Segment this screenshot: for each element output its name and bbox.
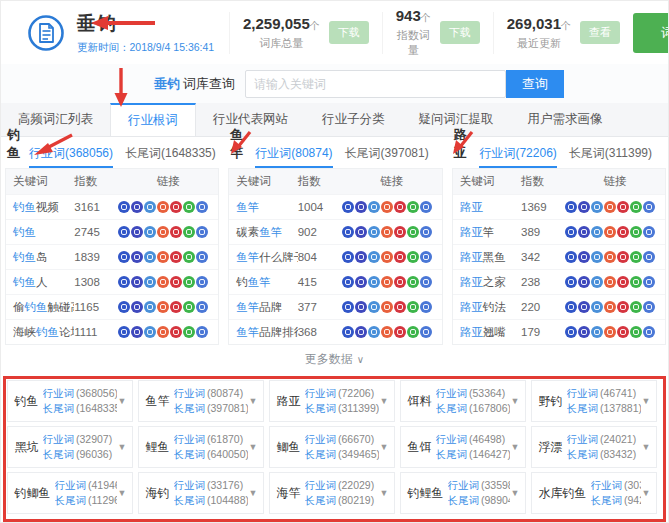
- platform-icon-6[interactable]: [630, 226, 642, 238]
- dropdown-caret-icon[interactable]: ▼: [118, 442, 127, 452]
- platform-icon-2[interactable]: [131, 201, 143, 213]
- platform-icon-4[interactable]: [157, 301, 169, 313]
- platform-icon-4[interactable]: [381, 226, 393, 238]
- platform-icon-7[interactable]: [196, 201, 208, 213]
- platform-icon-6[interactable]: [407, 251, 419, 263]
- platform-icon-1[interactable]: [342, 251, 354, 263]
- platform-icon-1[interactable]: [342, 326, 354, 338]
- platform-icon-1[interactable]: [118, 326, 130, 338]
- keyword-cell[interactable]: 钓鱼视频: [6, 200, 74, 215]
- keyword-cell[interactable]: 路亚之家: [453, 275, 521, 290]
- panel-0-tab-1[interactable]: 长尾词(1648335): [125, 145, 216, 168]
- dropdown-caret-icon[interactable]: ▼: [642, 442, 651, 452]
- platform-icon-5[interactable]: [617, 251, 629, 263]
- platform-icon-3[interactable]: [144, 276, 156, 288]
- word-library-service-button[interactable]: 词库服务: [633, 13, 669, 53]
- platform-icon-2[interactable]: [131, 326, 143, 338]
- platform-icon-7[interactable]: [420, 251, 432, 263]
- keyword-cell[interactable]: 钓鱼: [6, 225, 74, 240]
- industry-word-link[interactable]: 行业词: [436, 433, 468, 445]
- panel-2-tab-1[interactable]: 长尾词(311399): [569, 145, 652, 168]
- keyword-cell[interactable]: 钓鱼竿: [229, 275, 297, 290]
- platform-icon-4[interactable]: [381, 251, 393, 263]
- platform-icon-1[interactable]: [342, 201, 354, 213]
- platform-icon-2[interactable]: [578, 226, 590, 238]
- platform-icon-7[interactable]: [643, 326, 655, 338]
- platform-icon-7[interactable]: [196, 326, 208, 338]
- search-button[interactable]: 查询: [506, 70, 564, 98]
- longtail-word-link[interactable]: 长尾词: [567, 448, 599, 460]
- platform-icon-5[interactable]: [617, 201, 629, 213]
- keyword-cell[interactable]: 碳素鱼竿: [229, 225, 297, 240]
- platform-icon-4[interactable]: [381, 201, 393, 213]
- industry-word-link[interactable]: 行业词: [43, 433, 75, 445]
- platform-icon-2[interactable]: [355, 226, 367, 238]
- platform-icon-5[interactable]: [617, 276, 629, 288]
- platform-icon-2[interactable]: [131, 276, 143, 288]
- platform-icon-4[interactable]: [604, 276, 616, 288]
- platform-icon-4[interactable]: [157, 226, 169, 238]
- platform-icon-5[interactable]: [394, 326, 406, 338]
- platform-icon-6[interactable]: [630, 201, 642, 213]
- platform-icon-5[interactable]: [170, 226, 182, 238]
- platform-icon-5[interactable]: [617, 226, 629, 238]
- keyword-cell[interactable]: 鱼竿品牌: [229, 300, 297, 315]
- platform-icon-7[interactable]: [643, 301, 655, 313]
- platform-icon-6[interactable]: [630, 276, 642, 288]
- platform-icon-5[interactable]: [394, 251, 406, 263]
- industry-word-link[interactable]: 行业词: [591, 479, 623, 491]
- platform-icon-7[interactable]: [643, 276, 655, 288]
- industry-word-link[interactable]: 行业词: [305, 387, 337, 399]
- platform-icon-4[interactable]: [381, 301, 393, 313]
- dropdown-caret-icon[interactable]: ▼: [380, 442, 389, 452]
- platform-icon-3[interactable]: [591, 301, 603, 313]
- platform-icon-2[interactable]: [131, 226, 143, 238]
- panel-0-tab-0[interactable]: 行业词(368056): [29, 145, 113, 168]
- platform-icon-5[interactable]: [170, 201, 182, 213]
- platform-icon-3[interactable]: [368, 326, 380, 338]
- longtail-word-link[interactable]: 长尾词: [567, 402, 599, 414]
- platform-icon-5[interactable]: [170, 276, 182, 288]
- platform-icon-5[interactable]: [394, 201, 406, 213]
- industry-word-link[interactable]: 行业词: [567, 387, 599, 399]
- industry-word-link[interactable]: 行业词: [55, 479, 87, 491]
- platform-icon-3[interactable]: [591, 201, 603, 213]
- platform-icon-2[interactable]: [578, 301, 590, 313]
- platform-icon-6[interactable]: [183, 226, 195, 238]
- platform-icon-7[interactable]: [196, 276, 208, 288]
- platform-icon-7[interactable]: [420, 276, 432, 288]
- download-button[interactable]: 下载: [440, 21, 480, 44]
- panel-2-tab-0[interactable]: 行业词(72206): [479, 145, 556, 168]
- platform-icon-7[interactable]: [643, 201, 655, 213]
- platform-icon-6[interactable]: [407, 226, 419, 238]
- dropdown-caret-icon[interactable]: ▼: [249, 396, 258, 406]
- platform-icon-5[interactable]: [617, 301, 629, 313]
- platform-icon-6[interactable]: [630, 301, 642, 313]
- platform-icon-6[interactable]: [407, 326, 419, 338]
- longtail-word-link[interactable]: 长尾词: [174, 448, 206, 460]
- platform-icon-2[interactable]: [578, 326, 590, 338]
- longtail-word-link[interactable]: 长尾词: [174, 494, 206, 506]
- longtail-word-link[interactable]: 长尾词: [448, 494, 480, 506]
- platform-icon-6[interactable]: [183, 201, 195, 213]
- platform-icon-3[interactable]: [144, 301, 156, 313]
- keyword-cell[interactable]: 路亚钓法: [453, 300, 521, 315]
- platform-icon-2[interactable]: [131, 301, 143, 313]
- platform-icon-7[interactable]: [196, 226, 208, 238]
- dropdown-caret-icon[interactable]: ▼: [511, 442, 520, 452]
- platform-icon-5[interactable]: [394, 301, 406, 313]
- platform-icon-1[interactable]: [565, 326, 577, 338]
- platform-icon-2[interactable]: [131, 251, 143, 263]
- platform-icon-1[interactable]: [565, 276, 577, 288]
- platform-icon-5[interactable]: [170, 326, 182, 338]
- platform-icon-3[interactable]: [144, 201, 156, 213]
- keyword-cell[interactable]: 鱼竿: [229, 200, 297, 215]
- platform-icon-2[interactable]: [578, 201, 590, 213]
- platform-icon-4[interactable]: [604, 251, 616, 263]
- platform-icon-4[interactable]: [604, 201, 616, 213]
- longtail-word-link[interactable]: 长尾词: [43, 402, 75, 414]
- platform-icon-4[interactable]: [604, 226, 616, 238]
- platform-icon-3[interactable]: [591, 251, 603, 263]
- platform-icon-7[interactable]: [643, 251, 655, 263]
- keyword-cell[interactable]: 鱼竿品牌排行榜: [229, 325, 297, 340]
